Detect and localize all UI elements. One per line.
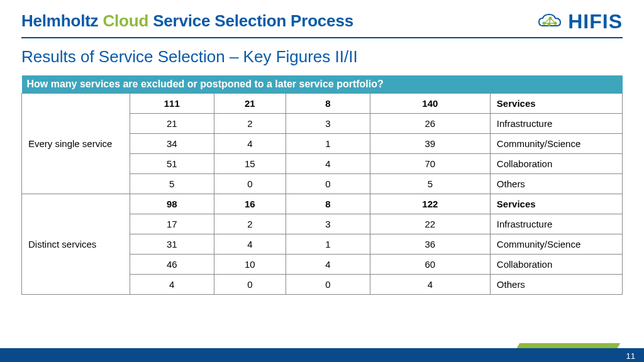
cell-c3: 3 (286, 214, 370, 234)
cell-c1: 4 (130, 275, 214, 295)
header: Helmholtz Cloud Service Selection Proces… (21, 11, 623, 38)
cell-c3: 1 (286, 134, 370, 154)
cell-c1: 31 (130, 234, 214, 255)
cell-category: Services (490, 194, 622, 214)
cell-category: Community/Science (490, 134, 622, 154)
cell-category: Services (490, 94, 622, 114)
cell-c2: 2 (214, 114, 286, 134)
cell-c3: 3 (286, 114, 370, 134)
cell-c1: 46 (130, 255, 214, 275)
page-number: 11 (626, 351, 635, 361)
title-word-2: Cloud (103, 11, 148, 30)
cell-c4: 140 (370, 94, 490, 114)
cell-c2: 0 (214, 174, 286, 194)
cell-c4: 26 (370, 114, 490, 134)
cell-category: Others (490, 174, 622, 194)
cell-category: Community/Science (490, 234, 622, 255)
table-row: Distinct services98168122Services (22, 194, 623, 214)
cell-category: Infrastructure (490, 114, 622, 134)
cell-c1: 34 (130, 134, 214, 154)
cell-c3: 4 (286, 154, 370, 174)
svg-point-7 (548, 23, 550, 26)
cell-c4: 39 (370, 134, 490, 154)
cell-category: Collaboration (490, 154, 622, 174)
logo: HIFIS (536, 10, 623, 33)
cell-c2: 4 (214, 134, 286, 154)
cell-c4: 122 (370, 194, 490, 214)
cell-c4: 70 (370, 154, 490, 174)
svg-point-6 (554, 22, 557, 25)
cell-c1: 111 (130, 94, 214, 114)
cell-c4: 22 (370, 214, 490, 234)
cell-category: Others (490, 275, 622, 295)
cell-c4: 5 (370, 174, 490, 194)
cell-c2: 4 (214, 234, 286, 255)
logo-text: HIFIS (568, 10, 623, 33)
cell-c2: 15 (214, 154, 286, 174)
table-row: Every single service111218140Services (22, 94, 623, 114)
cell-c1: 51 (130, 154, 214, 174)
cell-c2: 10 (214, 255, 286, 275)
data-table: How many services are excluded or postpo… (21, 75, 623, 295)
cell-c1: 17 (130, 214, 214, 234)
cell-c3: 4 (286, 255, 370, 275)
cell-c3: 0 (286, 174, 370, 194)
cell-c2: 0 (214, 275, 286, 295)
cell-c2: 16 (214, 194, 286, 214)
cell-c4: 60 (370, 255, 490, 275)
cell-c3: 8 (286, 194, 370, 214)
cell-c3: 8 (286, 94, 370, 114)
cell-c2: 21 (214, 94, 286, 114)
page-title: Helmholtz Cloud Service Selection Proces… (21, 11, 353, 31)
cell-c1: 5 (130, 174, 214, 194)
group-head: Distinct services (22, 194, 130, 295)
title-word-1: Helmholtz (21, 11, 98, 30)
group-head: Every single service (22, 94, 130, 194)
cloud-network-icon (536, 12, 564, 32)
slide: Helmholtz Cloud Service Selection Proces… (0, 0, 644, 362)
cell-c3: 1 (286, 234, 370, 255)
footer-bar: 11 (0, 348, 644, 362)
subtitle: Results of Service Selection – Key Figur… (21, 47, 623, 67)
cell-c3: 0 (286, 275, 370, 295)
cell-c1: 21 (130, 114, 214, 134)
table-question-row: How many services are excluded or postpo… (22, 75, 623, 94)
cell-c4: 36 (370, 234, 490, 255)
cell-c1: 98 (130, 194, 214, 214)
table-question: How many services are excluded or postpo… (22, 75, 623, 94)
svg-point-5 (549, 17, 552, 19)
cell-c2: 2 (214, 214, 286, 234)
cell-category: Infrastructure (490, 214, 622, 234)
title-word-3: Service Selection Process (153, 11, 353, 30)
svg-point-4 (543, 22, 545, 25)
cell-c4: 4 (370, 275, 490, 295)
footer-accent (517, 343, 621, 348)
cell-category: Collaboration (490, 255, 622, 275)
